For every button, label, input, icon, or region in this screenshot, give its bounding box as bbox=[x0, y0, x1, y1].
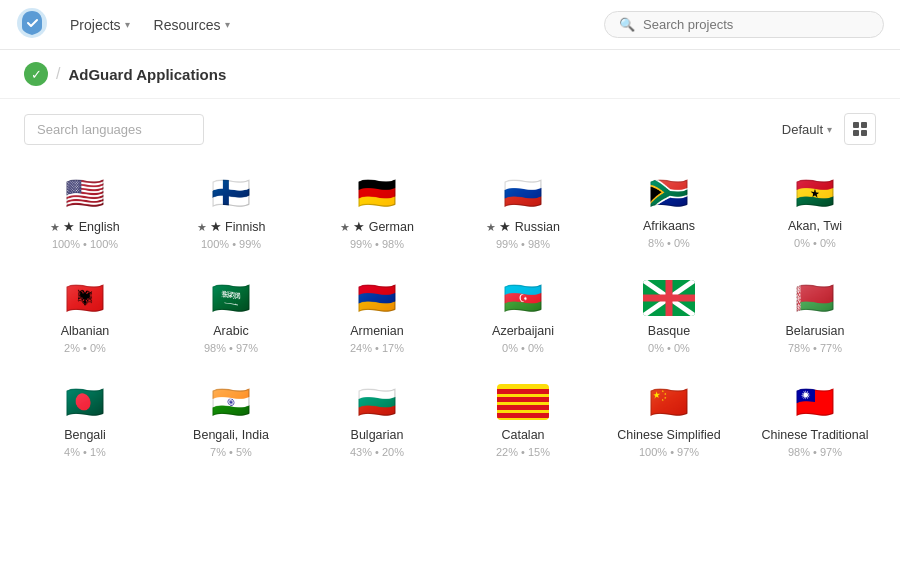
language-progress: 99% • 98% bbox=[350, 238, 404, 250]
flag-icon: 🇧🇩 bbox=[59, 384, 111, 420]
svg-rect-1 bbox=[853, 122, 859, 128]
flag-icon: 🇸🇦 bbox=[205, 280, 257, 316]
language-card[interactable]: 🇸🇦 Arabic 98% • 97% bbox=[158, 264, 304, 368]
projects-menu[interactable]: Projects ▾ bbox=[60, 11, 140, 39]
language-card[interactable]: 🇹🇼 Chinese Traditional 98% • 97% bbox=[742, 368, 888, 472]
language-name: Armenian bbox=[350, 324, 404, 338]
search-icon: 🔍 bbox=[619, 17, 635, 32]
language-card[interactable]: 🇦🇿 Azerbaijani 0% • 0% bbox=[450, 264, 596, 368]
project-title: AdGuard Applications bbox=[68, 66, 226, 83]
language-name: Belarusian bbox=[785, 324, 844, 338]
language-name: ★ English bbox=[50, 219, 120, 234]
resources-chevron-icon: ▾ bbox=[225, 19, 230, 30]
language-progress: 78% • 77% bbox=[788, 342, 842, 354]
svg-rect-2 bbox=[861, 122, 867, 128]
svg-rect-14 bbox=[497, 413, 549, 418]
project-shield-icon: ✓ bbox=[24, 62, 48, 86]
language-name: Basque bbox=[648, 324, 690, 338]
flag-icon: 🇦🇿 bbox=[497, 280, 549, 316]
language-card[interactable]: 🇺🇸 ★ English 100% • 100% bbox=[12, 159, 158, 264]
flag-icon: 🇧🇬 bbox=[351, 384, 403, 420]
language-progress: 24% • 17% bbox=[350, 342, 404, 354]
flag-icon bbox=[643, 280, 695, 316]
language-name: Azerbaijani bbox=[492, 324, 554, 338]
language-search-input[interactable] bbox=[24, 114, 204, 145]
language-progress: 100% • 100% bbox=[52, 238, 118, 250]
language-progress: 99% • 98% bbox=[496, 238, 550, 250]
svg-rect-4 bbox=[861, 130, 867, 136]
language-progress: 0% • 0% bbox=[794, 237, 836, 249]
toolbar-right: Default ▾ bbox=[782, 113, 876, 145]
language-progress: 22% • 15% bbox=[496, 446, 550, 458]
global-search[interactable]: 🔍 bbox=[604, 11, 884, 38]
language-card[interactable]: 🇧🇾 Belarusian 78% • 77% bbox=[742, 264, 888, 368]
flag-icon: 🇮🇳 bbox=[205, 384, 257, 420]
flag-icon: 🇧🇾 bbox=[789, 280, 841, 316]
language-name: Catalan bbox=[501, 428, 544, 442]
flag-icon: 🇹🇼 bbox=[789, 384, 841, 420]
language-card[interactable]: 🇫🇮 ★ Finnish 100% • 99% bbox=[158, 159, 304, 264]
language-progress: 98% • 97% bbox=[204, 342, 258, 354]
language-name: Afrikaans bbox=[643, 219, 695, 233]
language-name: ★ Finnish bbox=[197, 219, 266, 234]
breadcrumb: ✓ / AdGuard Applications bbox=[0, 50, 900, 99]
language-card[interactable]: Basque 0% • 0% bbox=[596, 264, 742, 368]
language-progress: 7% • 5% bbox=[210, 446, 252, 458]
navbar: Projects ▾ Resources ▾ 🔍 bbox=[0, 0, 900, 50]
language-name: Bengali bbox=[64, 428, 106, 442]
flag-icon: 🇬🇭 bbox=[789, 175, 841, 211]
language-card[interactable]: 🇿🇦 Afrikaans 8% • 0% bbox=[596, 159, 742, 264]
resources-menu[interactable]: Resources ▾ bbox=[144, 11, 240, 39]
breadcrumb-separator: / bbox=[56, 65, 60, 83]
language-card[interactable]: 🇩🇪 ★ German 99% • 98% bbox=[304, 159, 450, 264]
language-progress: 100% • 99% bbox=[201, 238, 261, 250]
language-progress: 8% • 0% bbox=[648, 237, 690, 249]
language-grid: 🇺🇸 ★ English 100% • 100% 🇫🇮 ★ Finnish 10… bbox=[0, 159, 900, 472]
language-name: Chinese Simplified bbox=[617, 428, 721, 442]
language-name: ★ German bbox=[340, 219, 414, 234]
language-card[interactable]: 🇦🇲 Armenian 24% • 17% bbox=[304, 264, 450, 368]
toolbar: Default ▾ bbox=[0, 99, 900, 159]
flag-icon: 🇺🇸 bbox=[59, 175, 111, 211]
language-card[interactable]: Catalan 22% • 15% bbox=[450, 368, 596, 472]
language-card[interactable]: 🇮🇳 Bengali, India 7% • 5% bbox=[158, 368, 304, 472]
language-progress: 0% • 0% bbox=[502, 342, 544, 354]
language-card[interactable]: 🇷🇺 ★ Russian 99% • 98% bbox=[450, 159, 596, 264]
flag-icon: 🇷🇺 bbox=[497, 175, 549, 211]
language-name: ★ Russian bbox=[486, 219, 560, 234]
projects-chevron-icon: ▾ bbox=[125, 19, 130, 30]
language-progress: 98% • 97% bbox=[788, 446, 842, 458]
language-card[interactable]: 🇧🇩 Bengali 4% • 1% bbox=[12, 368, 158, 472]
flag-icon: 🇫🇮 bbox=[205, 175, 257, 211]
default-dropdown[interactable]: Default ▾ bbox=[782, 122, 832, 137]
language-name: Bengali, India bbox=[193, 428, 269, 442]
svg-rect-13 bbox=[497, 405, 549, 410]
flag-icon: 🇩🇪 bbox=[351, 175, 403, 211]
navbar-menu: Projects ▾ Resources ▾ bbox=[60, 11, 240, 39]
svg-rect-12 bbox=[497, 397, 549, 402]
flag-icon: 🇦🇲 bbox=[351, 280, 403, 316]
language-progress: 0% • 0% bbox=[648, 342, 690, 354]
language-progress: 2% • 0% bbox=[64, 342, 106, 354]
app-logo bbox=[16, 7, 48, 42]
language-card[interactable]: 🇧🇬 Bulgarian 43% • 20% bbox=[304, 368, 450, 472]
language-card[interactable]: 🇬🇭 Akan, Twi 0% • 0% bbox=[742, 159, 888, 264]
grid-view-toggle[interactable] bbox=[844, 113, 876, 145]
language-progress: 4% • 1% bbox=[64, 446, 106, 458]
language-name: Akan, Twi bbox=[788, 219, 842, 233]
flag-icon: 🇿🇦 bbox=[643, 175, 695, 211]
language-card[interactable]: 🇦🇱 Albanian 2% • 0% bbox=[12, 264, 158, 368]
language-card[interactable]: 🇨🇳 Chinese Simplified 100% • 97% bbox=[596, 368, 742, 472]
dropdown-arrow-icon: ▾ bbox=[827, 124, 832, 135]
language-name: Bulgarian bbox=[351, 428, 404, 442]
svg-rect-11 bbox=[497, 389, 549, 394]
global-search-input[interactable] bbox=[643, 17, 869, 32]
flag-icon: 🇦🇱 bbox=[59, 280, 111, 316]
svg-rect-3 bbox=[853, 130, 859, 136]
flag-icon: 🇨🇳 bbox=[643, 384, 695, 420]
language-name: Albanian bbox=[61, 324, 110, 338]
language-progress: 43% • 20% bbox=[350, 446, 404, 458]
language-name: Arabic bbox=[213, 324, 248, 338]
language-progress: 100% • 97% bbox=[639, 446, 699, 458]
language-name: Chinese Traditional bbox=[761, 428, 868, 442]
